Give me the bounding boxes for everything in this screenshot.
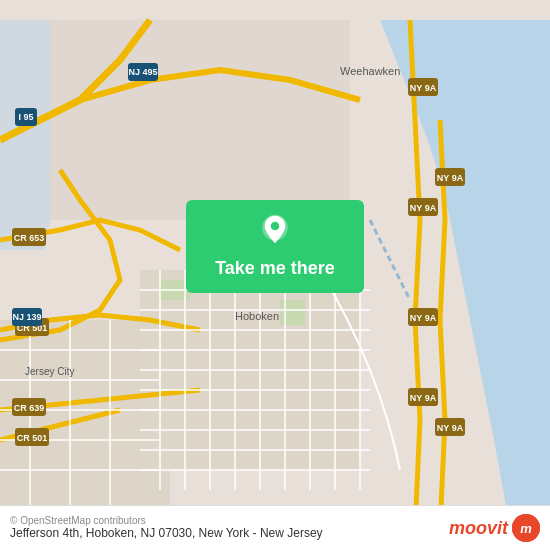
svg-text:CR 501: CR 501 [17,433,48,443]
svg-text:CR 639: CR 639 [14,403,45,413]
map-attribution: © OpenStreetMap contributors [10,515,323,526]
moovit-logo-svg: m [512,514,540,542]
moovit-text: moovit [449,518,508,539]
take-me-there-label: Take me there [215,258,335,279]
svg-text:Jersey City: Jersey City [25,366,74,377]
take-me-there-button[interactable]: Take me there [186,200,364,293]
bottom-bar: © OpenStreetMap contributors Jefferson 4… [0,505,550,550]
moovit-logo: moovit m [449,514,540,542]
svg-text:NY 9A: NY 9A [437,423,464,433]
svg-text:I 95: I 95 [18,112,33,122]
svg-text:NY 9A: NY 9A [437,173,464,183]
bottom-info: © OpenStreetMap contributors Jefferson 4… [10,515,323,542]
svg-rect-3 [50,20,350,220]
map-container: I 95 NJ 495 CR 501 CR 501 CR 653 NJ 139 … [0,0,550,550]
svg-text:NY 9A: NY 9A [410,83,437,93]
svg-text:CR 653: CR 653 [14,233,45,243]
svg-rect-5 [280,300,305,325]
svg-text:Hoboken: Hoboken [235,310,279,322]
svg-text:Weehawken: Weehawken [340,65,400,77]
address-text: Jefferson 4th, Hoboken, NJ 07030, New Yo… [10,526,323,542]
svg-text:NY 9A: NY 9A [410,203,437,213]
svg-text:NJ 139: NJ 139 [12,312,41,322]
svg-text:NJ 495: NJ 495 [128,67,157,77]
svg-rect-2 [0,320,170,530]
location-pin-icon [257,214,293,250]
svg-text:NY 9A: NY 9A [410,393,437,403]
moovit-icon: m [512,514,540,542]
svg-text:NY 9A: NY 9A [410,313,437,323]
svg-text:m: m [520,521,532,536]
svg-point-63 [271,222,280,231]
